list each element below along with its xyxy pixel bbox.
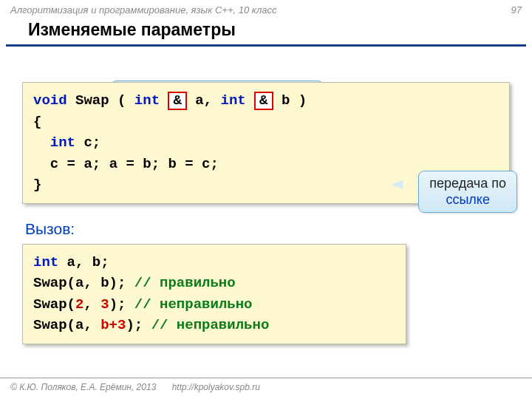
footer: © К.Ю. Поляков, Е.А. Ерёмин, 2013 http:/… — [0, 378, 532, 396]
subheading-call: Вызов: — [25, 220, 510, 238]
code-text: Swap(a, b); — [33, 275, 134, 291]
code-expression: b+3 — [100, 317, 126, 333]
code-line: void Swap ( int & a, int & b ) — [33, 90, 499, 112]
callout-reference: передача по ссылке — [418, 171, 517, 213]
keyword-int: int — [134, 92, 160, 109]
footer-url: http://kpolyakov.spb.ru — [172, 382, 260, 392]
code-text: , — [83, 296, 100, 313]
code-text: Swap(a, — [33, 317, 100, 333]
code-comment: // неправильно — [134, 296, 253, 313]
code-line: Swap(a, b+3); // неправильно — [33, 315, 395, 336]
callout-text-highlight: ссылке — [446, 192, 490, 207]
code-text: b ) — [273, 92, 307, 109]
code-line: Swap(a, b); // правильно — [33, 273, 395, 294]
code-text: c; — [75, 134, 100, 151]
code-comment: // правильно — [134, 275, 236, 291]
course-label: Алгоритмизация и программирование, язык … — [10, 4, 276, 16]
header-bar: Алгоритмизация и программирование, язык … — [0, 0, 532, 17]
callout-text: передача по — [429, 176, 506, 191]
code-line: int a, b; — [33, 252, 395, 273]
page-title: Изменяемые параметры — [6, 17, 526, 47]
code-text: a, b; — [58, 254, 109, 270]
keyword-int: int — [220, 92, 245, 109]
code-text: ( — [109, 92, 134, 109]
ampersand-highlight: & — [254, 92, 273, 110]
page-number: 97 — [511, 4, 522, 16]
code-line: Swap(2, 3); // неправильно — [33, 294, 395, 316]
content-area: переменные могут изменяться void Swap ( … — [0, 82, 532, 344]
code-text: ); — [126, 317, 151, 333]
copyright-text: © К.Ю. Поляков, Е.А. Ерёмин, 2013 — [10, 382, 156, 392]
code-text: Swap( — [33, 296, 75, 313]
keyword-int: int — [50, 134, 75, 151]
keyword-void: void — [33, 92, 67, 109]
code-literal: 2 — [75, 296, 83, 313]
ampersand-highlight: & — [168, 92, 186, 110]
code-line: int c; — [33, 132, 499, 154]
code-text: a, — [187, 92, 221, 109]
code-comment: // неправильно — [151, 317, 270, 333]
code-literal: 3 — [100, 296, 109, 313]
keyword-int: int — [33, 254, 58, 270]
code-text: c = a; a = b; b = c; — [50, 156, 219, 172]
callout-tail-icon — [391, 180, 403, 189]
code-text: ); — [109, 296, 134, 313]
code-call-examples: int a, b; Swap(a, b); // правильно Swap(… — [22, 244, 406, 344]
code-line: { — [33, 112, 499, 133]
function-name: Swap — [75, 92, 109, 109]
